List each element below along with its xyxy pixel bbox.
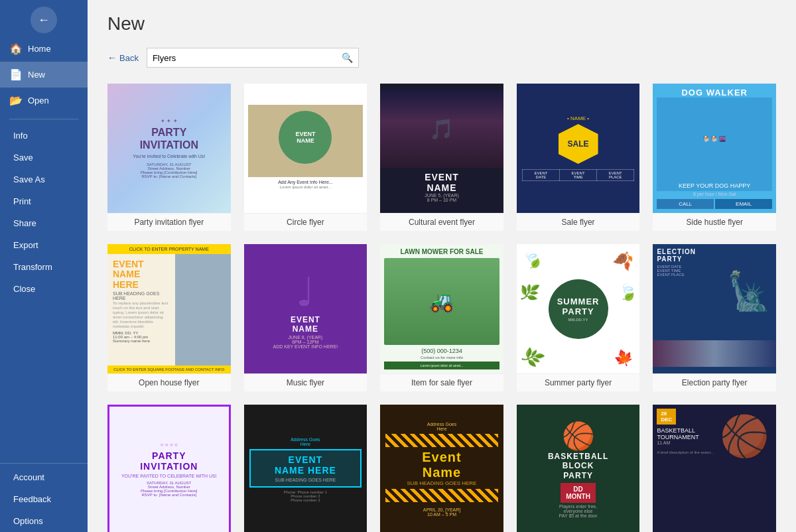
print-label: Print	[13, 196, 31, 206]
template-label: Item for sale flyer	[380, 373, 503, 391]
template-label: Open house flyer	[107, 373, 231, 391]
back-link[interactable]: ← Back	[107, 52, 139, 63]
sidebar-item-open[interactable]: 📂 Open	[0, 88, 88, 113]
sidebar-divider	[9, 119, 78, 119]
sidebar-item-print[interactable]: Print	[0, 190, 88, 212]
share-label: Share	[13, 218, 36, 228]
template-label: Sale flyer	[517, 213, 640, 231]
template-election[interactable]: ELECTIONPARTY EVENT DATEEVENT TIMEEVENT …	[653, 244, 776, 391]
transform-label: Transform	[13, 262, 52, 272]
account-label: Account	[13, 472, 44, 482]
template-basketball-tournament[interactable]: 28DEC BASKETBALLTOURNAMENT 11 AM 🏀 A bri…	[653, 405, 776, 532]
template-cultural[interactable]: 🎵 EVENTNAME JUNE 5, (YEAR)8 PM – 10 PM C…	[380, 84, 503, 231]
template-music[interactable]: ♩ EVENTNAME JUNE 8, (YEAR)6PM – 12PMADD …	[244, 244, 367, 391]
template-label: Election party flyer	[653, 373, 776, 391]
info-label: Info	[13, 131, 28, 141]
sidebar-item-home[interactable]: 🏠 Home	[0, 36, 88, 62]
page-title: New	[107, 13, 776, 34]
template-party-invite[interactable]: ✦ ✦ ✦ PARTYINVITATION You're Invited to …	[107, 84, 231, 231]
template-grid: ✦ ✦ ✦ PARTYINVITATION You're Invited to …	[107, 84, 776, 532]
sidebar-bottom: Account Feedback Options	[0, 463, 88, 532]
search-button[interactable]: 🔍	[336, 52, 358, 63]
template-event-name-here[interactable]: Address GoesHere EVENTNAME HERE SUB HEAD…	[244, 405, 367, 532]
sidebar-item-save-as[interactable]: Save As	[0, 168, 88, 190]
template-item-for-sale[interactable]: LAWN MOWER FOR SALE 🚜 (500) 000-1234 Con…	[380, 244, 503, 391]
sidebar-open-label: Open	[28, 96, 49, 105]
options-label: Options	[13, 516, 43, 526]
template-side-hustle[interactable]: DOG WALKER 🐕 🐕 🌆 KEEP YOUR DOG HAPPY $ p…	[653, 84, 776, 231]
template-label: Party invitation flyer	[107, 213, 231, 231]
sidebar-home-label: Home	[28, 44, 51, 54]
template-label: Circle flyer	[244, 213, 367, 231]
save-label: Save	[13, 153, 33, 163]
template-label: Music flyer	[244, 373, 367, 391]
template-label: Cultural event flyer	[380, 213, 503, 231]
party-invite-sub: You're Invited to Celebrate with Us!	[133, 154, 205, 159]
export-label: Export	[13, 240, 38, 250]
save-as-label: Save As	[13, 174, 45, 184]
sidebar-item-share[interactable]: Share	[0, 212, 88, 234]
template-party2[interactable]: ○ ○ ○ ○ PARTYINVITATION YOU'RE INVITED T…	[107, 405, 231, 532]
search-bar: ← Back 🔍	[107, 48, 776, 68]
new-icon: 📄	[9, 68, 23, 81]
search-input-wrap: 🔍	[147, 48, 359, 68]
sidebar-item-new[interactable]: 📄 New	[0, 62, 88, 88]
feedback-label: Feedback	[13, 494, 51, 504]
template-basketball-block[interactable]: 🏀 BASKETBALLBLOCKPARTY DDMONTH Players e…	[517, 405, 640, 532]
sidebar-new-label: New	[28, 70, 45, 80]
sidebar-item-transform[interactable]: Transform	[0, 256, 88, 278]
sidebar-item-export[interactable]: Export	[0, 234, 88, 256]
main-content: New ← Back 🔍 ✦ ✦ ✦ PARTYINVITATION You'r…	[88, 0, 796, 532]
template-circle-flyer[interactable]: 🍽️ food EVENT NAME Add Any Event Info He…	[244, 84, 367, 231]
back-link-label: Back	[119, 53, 139, 63]
back-button[interactable]: ←	[31, 7, 57, 33]
pin-icon: 📌	[217, 87, 228, 98]
template-sale[interactable]: • NAME • SALE EVENTDATE EVENTTIME EVENTP…	[517, 84, 640, 231]
template-label: Side hustle flyer	[653, 213, 776, 231]
sidebar-item-info[interactable]: Info	[0, 125, 88, 147]
template-label: Summer party flyer	[517, 373, 640, 391]
sidebar-item-account[interactable]: Account	[0, 466, 88, 488]
template-open-house[interactable]: CLICK TO ENTER PROPERTY NAME EVENTNAMEHE…	[107, 244, 231, 391]
sidebar-item-save[interactable]: Save	[0, 147, 88, 168]
sidebar-item-close[interactable]: Close	[0, 278, 88, 300]
sidebar-item-feedback[interactable]: Feedback	[0, 488, 88, 510]
open-icon: 📂	[9, 94, 23, 107]
close-label: Close	[13, 284, 35, 294]
search-input[interactable]	[147, 53, 336, 63]
home-icon: 🏠	[9, 42, 23, 55]
back-arrow-icon: ←	[38, 13, 50, 27]
template-event-name2[interactable]: Address GoesHere EventName SUB HEADING G…	[380, 405, 503, 532]
back-link-arrow: ←	[107, 52, 117, 63]
sidebar-item-options[interactable]: Options	[0, 510, 88, 532]
sidebar: ← 🏠 Home 📄 New 📂 Open Info Save Save As …	[0, 0, 88, 532]
template-summer-party[interactable]: 🍃 🍂 🌿 🍁 🌿 🍃 SUMMER PARTY MM.DD.YY Summer…	[517, 244, 640, 391]
